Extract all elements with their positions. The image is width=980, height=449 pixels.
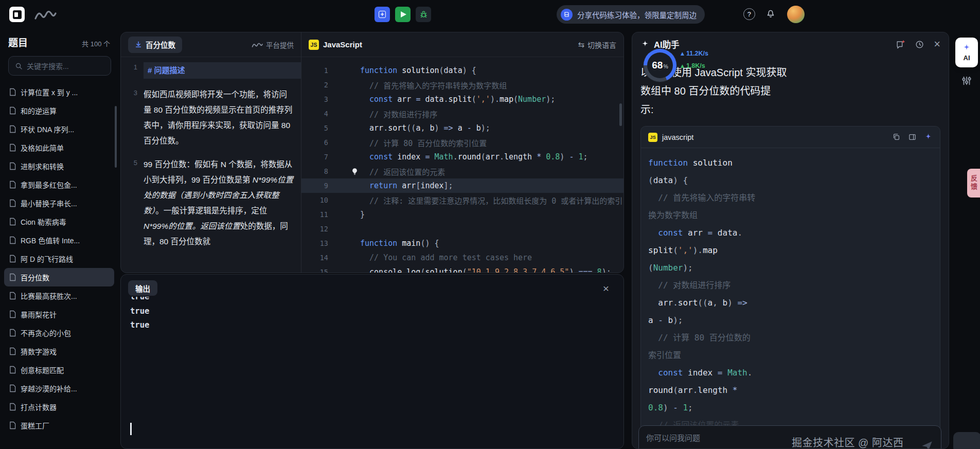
code-line[interactable]: 5 arr.sort((a, b) => a - b); [301,121,623,135]
file-icon [9,310,16,318]
line-number: 1 [121,61,144,79]
description-row [121,79,301,87]
copy-code-button[interactable] [892,133,901,141]
javascript-logo-icon: JS [309,40,319,50]
marscode-logo-icon[interactable] [34,8,57,21]
description-heading: # 问题描述 [144,62,301,79]
problem-name: 计算位置 x 到 y ... [21,87,78,97]
code-editor[interactable]: 1function solution(data) {2 // 首先将输入的字符串… [301,57,623,273]
square-plus-icon [379,11,386,18]
app-screen: 分享代码练习体验，领限量定制周边 ? 题目 共 100 个 关键字搜索... 计… [0,0,980,449]
magic-sparkle-icon[interactable] [924,133,933,141]
file-icon [9,162,16,170]
sidebar-item[interactable]: 最小替换子串长... [4,194,114,212]
help-icon[interactable]: ? [743,8,755,20]
code-line[interactable]: 3 const arr = data.split(',').map(Number… [301,92,623,106]
search-input[interactable]: 关键字搜索... [8,56,111,76]
sidebar-item[interactable]: 和的逆运算 [4,101,114,120]
problem-description[interactable]: 1# 问题描述3假如西瓜视频即将开发一个功能，将访问量 80 百分位数的视频显示… [121,57,301,273]
file-icon [9,366,16,374]
code-text: // 返回该位置的元素 [328,166,445,177]
sidebar-item[interactable]: 打点计数器 [4,398,114,416]
code-line[interactable]: 10 // 注释: 这里需要注意边界情况，比如数组长度为 0 或者计算出的索引 [301,193,623,207]
file-icon [9,236,16,244]
sidebar-item[interactable]: 计算位置 x 到 y ... [4,83,114,101]
file-icon [9,329,16,337]
tune-sliders-icon[interactable] [959,73,974,88]
sidebar-item[interactable]: 比赛最高获胜次... [4,286,114,305]
switch-language-button[interactable]: ⇆ 切换语言 [578,40,616,50]
editor-pane: JS JavaScript ⇆ 切换语言 1function solution(… [301,32,623,273]
sidebar-item[interactable]: 环状 DNA 序列... [4,120,114,138]
code-line-active[interactable]: 9 return arr[index]; [301,178,623,193]
problem-name: 比赛最高获胜次... [21,291,77,301]
code-line[interactable]: 4 // 对数组进行排序 [301,106,623,121]
send-icon[interactable] [920,439,934,449]
description-row [121,149,301,157]
code-line[interactable]: 13function main() { [301,236,623,250]
problem-name: 打点计数器 [21,402,57,412]
corner-widget[interactable] [953,432,980,449]
code-line[interactable]: 1function solution(data) { [301,63,623,78]
close-ai-panel-icon[interactable]: × [934,39,940,50]
ai-code[interactable]: function solution(data) { // 首先将输入的字符串转换… [641,148,940,444]
editor-scrollbar[interactable] [619,103,622,126]
notification-bell-icon[interactable] [765,8,776,19]
sidebar-item-selected[interactable]: 百分位数 [4,268,114,286]
sidebar-item[interactable]: 猜数字游戏 [4,342,114,361]
sidebar-item[interactable]: 创意标题匹配 [4,361,114,379]
sidebar-item[interactable]: 蛋糕工厂 [4,416,114,435]
code-line[interactable]: 2 // 首先将输入的字符串转换为数字数组 [301,78,623,92]
sidebar-item[interactable]: 拿到最多红包金... [4,175,114,194]
app-logo-icon[interactable] [9,7,25,22]
editor-action-buttons [375,7,431,22]
sidebar-item[interactable]: 穿越沙漠的补给... [4,379,114,398]
ai-code-line: 索引位置 [648,347,933,364]
run-button[interactable] [395,7,411,22]
line-number: 3 [301,95,328,103]
code-line[interactable]: 6 // 计算 80 百分位数的索引位置 [301,135,623,150]
feedback-tab[interactable]: 反馈 [967,169,980,197]
language-label: JS JavaScript [309,40,362,50]
sidebar-item[interactable]: 不再贪心的小包 [4,324,114,342]
provider-label: 平台提供 [252,40,294,50]
code-line[interactable]: 11} [301,207,623,222]
insert-code-button[interactable] [908,133,917,141]
sidebar-item[interactable]: 暴雨梨花针 [4,305,114,324]
insert-button[interactable] [375,7,390,22]
line-number: 14 [301,254,328,262]
console-output[interactable]: truetruetrue [121,297,623,342]
code-line[interactable]: 8 // 返回该位置的元素 [301,164,623,178]
quick-fix-lightbulb-icon[interactable] [351,168,359,175]
close-output-icon[interactable]: × [603,283,609,294]
sidebar-item[interactable]: 阿 D 的飞行路线 [4,249,114,268]
sidebar-item[interactable]: RGB 色值转 Inte... [4,231,114,249]
problem-name: 百分位数 [21,272,49,282]
debug-button[interactable] [416,7,431,22]
line-number: 11 [301,210,328,219]
code-line[interactable]: 15 console.log(solution("10,1,9,2,8,3,7,… [301,265,623,273]
problem-title-pill[interactable]: 百分位数 [128,37,182,53]
sidebar-item[interactable]: 进制求和转换 [4,157,114,175]
problem-name: 暴雨梨花针 [21,309,57,319]
sidebar-item[interactable]: Cion 勒索病毒 [4,212,114,231]
ai-toggle-button[interactable]: AI [955,38,978,67]
code-line[interactable]: 12 [301,222,623,236]
file-icon [9,403,16,411]
line-number: 5 [301,124,328,132]
file-icon [9,88,16,96]
problem-name: 猜数字游戏 [21,346,57,356]
sidebar-item[interactable]: 及格如此简单 [4,138,114,157]
problem-name: Cion 勒索病毒 [21,217,66,227]
promo-banner[interactable]: 分享代码练习体验，领限量定制周边 [557,5,705,24]
sidebar-scrollbar[interactable] [115,106,117,168]
book-icon [561,9,573,21]
line-number: 12 [301,225,328,233]
new-chat-button[interactable] [896,40,905,49]
line-number: 6 [301,138,328,147]
code-line[interactable]: 7 const index = Math.round(arr.length * … [301,150,623,164]
code-line[interactable]: 14 // You can add more test cases here [301,250,623,265]
user-avatar[interactable] [787,6,805,23]
problem-list: 计算位置 x 到 y ...和的逆运算环状 DNA 序列...及格如此简单进制求… [4,83,114,435]
history-button[interactable] [915,40,924,49]
